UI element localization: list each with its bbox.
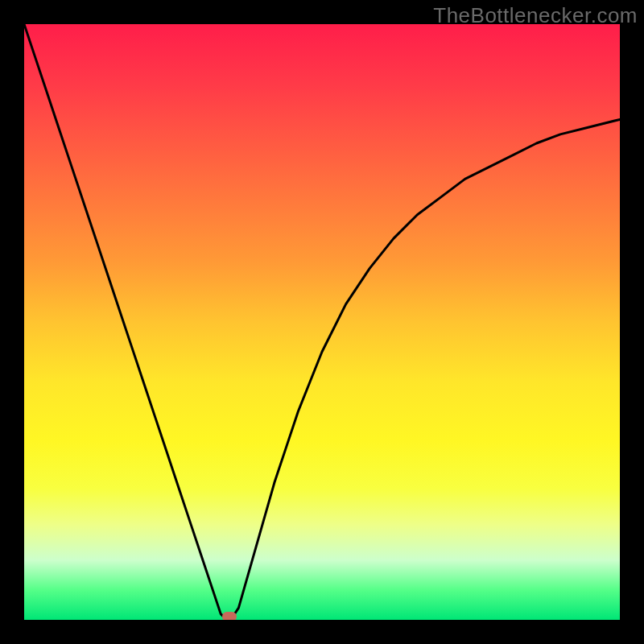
bottleneck-curve-path [24, 24, 620, 620]
bottleneck-line-svg [24, 24, 620, 620]
chart-plot-area [24, 24, 620, 620]
optimum-marker-icon [222, 612, 237, 620]
watermark-label: TheBottlenecker.com [433, 3, 638, 28]
